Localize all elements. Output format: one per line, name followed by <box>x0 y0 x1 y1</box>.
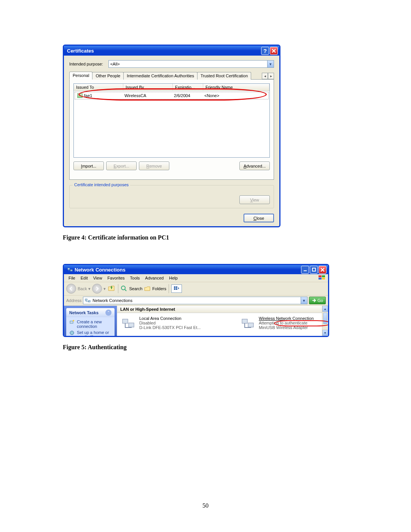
help-button[interactable]: ? <box>261 47 269 55</box>
conn-name: Wireless Network Connection <box>259 316 314 321</box>
search-button[interactable]: Search <box>121 285 142 292</box>
go-button[interactable]: Go <box>309 297 326 304</box>
address-input[interactable]: Network Connections ▾ <box>83 297 307 304</box>
scrollbar[interactable]: ▴ ▾ <box>322 306 328 336</box>
scroll-up-icon[interactable]: ▴ <box>322 306 328 312</box>
netconn-titlebar[interactable]: Network Connections <box>64 265 328 274</box>
svg-rect-15 <box>70 321 73 323</box>
close-icon[interactable] <box>270 47 278 55</box>
menu-tools[interactable]: Tools <box>128 275 142 281</box>
svg-rect-7 <box>322 278 325 280</box>
view-button[interactable]: View <box>239 195 270 204</box>
network-connections-window: Network Connections File Edit View Favor… <box>63 264 329 337</box>
svg-point-8 <box>121 286 125 290</box>
svg-rect-13 <box>85 299 87 300</box>
tab-scroll-right[interactable]: ▸ <box>268 73 274 79</box>
certificate-icon <box>77 93 83 98</box>
table-row[interactable]: fae1 WirelessCA 2/6/2004 <None> <box>75 92 269 99</box>
toolbar: Back ▾ ▾ Search Folders <box>64 282 328 296</box>
menu-advanced[interactable]: Advanced <box>143 275 166 281</box>
svg-rect-18 <box>123 319 128 323</box>
cert-tabs: Personal Other People Intermediate Certi… <box>69 72 274 79</box>
page-number: 50 <box>0 502 411 509</box>
forward-button[interactable] <box>92 284 102 294</box>
chevron-down-icon[interactable]: ▾ <box>267 61 274 67</box>
conn-device: MiniUSB Wireless Adapter <box>259 325 314 330</box>
svg-rect-11 <box>174 288 175 290</box>
maximize-icon[interactable] <box>310 266 318 274</box>
col-issued-by[interactable]: Issued By <box>123 84 173 91</box>
menu-help[interactable]: Help <box>167 275 180 281</box>
svg-point-17 <box>70 331 74 335</box>
network-tasks-header[interactable]: Network Tasks ˆ <box>66 308 115 317</box>
svg-rect-3 <box>312 268 315 271</box>
menu-file[interactable]: File <box>66 275 78 281</box>
certificate-list[interactable]: Issued To Issued By Expiratio... Friendl… <box>73 83 270 158</box>
svg-rect-0 <box>68 268 70 270</box>
tab-trusted-root[interactable]: Trusted Root Certification <box>197 72 251 80</box>
col-issued-to[interactable]: Issued To <box>74 84 123 91</box>
cert-purposes-group: Certificate intended purposes View <box>69 185 274 208</box>
folders-label: Folders <box>152 286 166 291</box>
chevron-up-icon[interactable]: ˆ <box>105 310 112 316</box>
export-button[interactable]: Export... <box>106 161 137 170</box>
tab-other-people[interactable]: Other People <box>92 72 124 80</box>
cell-issued-to: fae1 <box>84 93 92 98</box>
back-button[interactable] <box>66 284 76 294</box>
netconn-title: Network Connections <box>75 267 126 273</box>
address-bar: Address Network Connections ▾ Go <box>64 296 328 306</box>
cert-purposes-legend: Certificate intended purposes <box>73 182 130 187</box>
scroll-thumb[interactable] <box>323 313 327 324</box>
certificates-title: Certificates <box>67 48 94 54</box>
menubar: File Edit View Favorites Tools Advanced … <box>64 274 328 282</box>
col-expiration[interactable]: Expiratio... <box>173 84 203 91</box>
network-tasks-title: Network Tasks <box>69 310 99 315</box>
col-friendly-name[interactable]: Friendly Name <box>203 84 269 91</box>
figure-4-caption: Figure 4: Certificate information on PC1 <box>63 234 411 241</box>
connections-area: ▴ ▾ LAN or High-Speed Internet Local Are… <box>117 306 328 336</box>
views-button[interactable] <box>171 284 182 293</box>
import-button[interactable]: Import... <box>73 161 104 170</box>
svg-rect-10 <box>176 286 177 288</box>
remove-button[interactable]: Remove <box>139 161 169 170</box>
close-icon[interactable] <box>319 266 327 274</box>
address-value: Network Connections <box>92 298 132 303</box>
menu-favorites[interactable]: Favorites <box>105 275 127 281</box>
intended-purpose-value: <All> <box>110 62 120 66</box>
advanced-button[interactable]: Advanced... <box>239 161 270 170</box>
cell-friendly: <None> <box>204 93 266 98</box>
svg-rect-20 <box>242 319 247 323</box>
list-header: Issued To Issued By Expiratio... Friendl… <box>74 84 269 91</box>
svg-point-16 <box>73 320 74 321</box>
minimize-icon[interactable] <box>301 266 309 274</box>
tab-personal[interactable]: Personal <box>69 72 92 80</box>
connection-lan[interactable]: Local Area Connection Disabled D-Link DF… <box>121 316 231 331</box>
svg-rect-19 <box>129 323 134 327</box>
chevron-down-icon[interactable]: ▾ <box>301 297 307 304</box>
intended-purpose-select[interactable]: <All> ▾ <box>108 60 274 68</box>
conn-device: D-Link DFE-530TX PCI Fast Et... <box>139 325 201 330</box>
svg-rect-4 <box>319 275 322 277</box>
svg-rect-9 <box>174 286 175 288</box>
task-setup-network[interactable]: Set up a home or small office network <box>69 330 112 336</box>
cell-issued-by: WirelessCA <box>124 93 174 98</box>
scroll-down-icon[interactable]: ▾ <box>322 330 328 336</box>
wireless-icon <box>241 316 256 331</box>
tab-intermediate-ca[interactable]: Intermediate Certification Authorities <box>123 72 198 80</box>
svg-rect-5 <box>322 275 325 277</box>
connection-wireless[interactable]: Wireless Network Connection Attempting t… <box>241 316 324 331</box>
task-create-connection[interactable]: Create a new connection <box>69 320 112 329</box>
up-folder-icon[interactable] <box>107 284 116 294</box>
close-button[interactable]: Close <box>244 214 274 222</box>
home-network-icon <box>69 330 75 336</box>
network-icon <box>67 267 73 273</box>
tasks-panel: Network Tasks ˆ Create a new connection <box>64 306 117 336</box>
tab-scroll-left[interactable]: ◂ <box>262 73 268 79</box>
menu-edit[interactable]: Edit <box>78 275 90 281</box>
intended-purpose-label: Intended purpose: <box>69 62 103 66</box>
certificates-titlebar[interactable]: Certificates ? <box>64 46 279 56</box>
folders-button[interactable]: Folders <box>144 285 166 292</box>
menu-view[interactable]: View <box>91 275 105 281</box>
network-icon <box>85 298 91 303</box>
task-label: Create a new connection <box>77 320 112 329</box>
